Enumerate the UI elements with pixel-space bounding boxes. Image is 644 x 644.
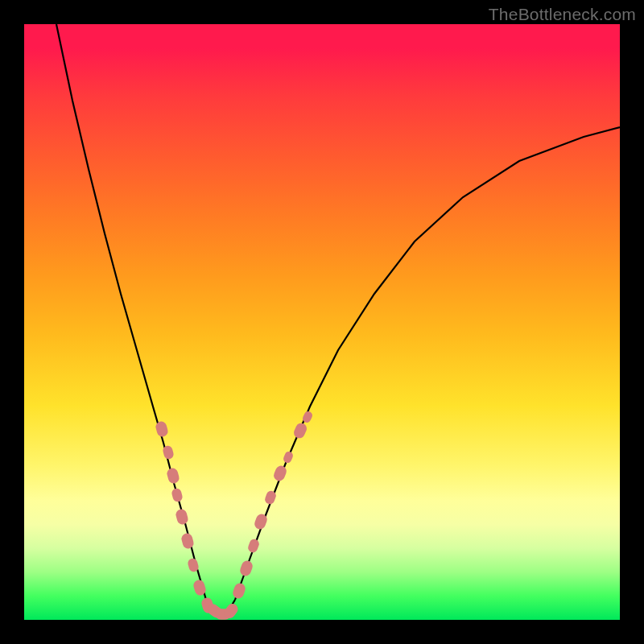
svg-rect-5 [180,532,195,550]
curve-svg [24,24,620,620]
svg-rect-14 [247,538,261,554]
svg-rect-2 [166,467,180,485]
svg-rect-4 [175,508,189,526]
bead [175,508,189,526]
bead [231,582,246,601]
bead [180,532,195,550]
watermark-text: TheBottleneck.com [489,5,636,24]
bead [238,559,254,578]
chart-frame: TheBottleneck.com [0,0,644,644]
svg-rect-19 [292,421,308,440]
bead [166,467,180,485]
bead [247,538,261,554]
svg-rect-12 [231,582,246,601]
bead [272,464,288,483]
svg-rect-18 [283,450,295,464]
svg-rect-3 [171,487,184,502]
bead [155,420,169,438]
svg-rect-0 [155,420,169,438]
bead [283,450,295,464]
svg-rect-17 [272,464,288,483]
beads-group [155,410,314,620]
bead [171,487,184,502]
plot-area [24,24,620,620]
curve-right [235,127,620,600]
bead [292,421,308,440]
svg-rect-13 [238,559,254,578]
